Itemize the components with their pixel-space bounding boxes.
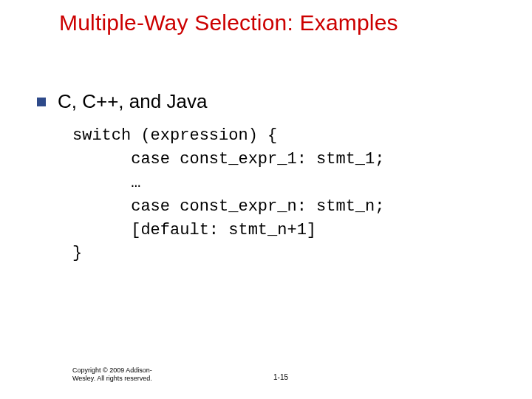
bullet-icon: [37, 98, 46, 106]
page-number: 1-15: [273, 373, 288, 381]
copyright: Copyright © 2009 Addison- Wesley. All ri…: [72, 366, 152, 383]
slide-title: Multiple-Way Selection: Examples: [59, 10, 502, 35]
code-block: switch (expression) { case const_expr_1:…: [72, 124, 384, 265]
code-line: [default: stmt_n+1]: [72, 221, 316, 239]
bullet-text: C, C++, and Java: [58, 90, 207, 113]
code-line: }: [72, 244, 82, 262]
code-line: switch (expression) {: [72, 126, 277, 145]
copyright-line: Wesley. All rights reserved.: [72, 375, 152, 382]
code-line: case const_expr_n: stmt_n;: [72, 197, 384, 216]
code-line: …: [72, 174, 140, 192]
slide: Multiple-Way Selection: Examples C, C++,…: [0, 0, 532, 399]
copyright-line: Copyright © 2009 Addison-: [72, 366, 152, 374]
code-line: case const_expr_1: stmt_1;: [72, 150, 384, 168]
bullet-item: C, C++, and Java: [37, 90, 207, 113]
